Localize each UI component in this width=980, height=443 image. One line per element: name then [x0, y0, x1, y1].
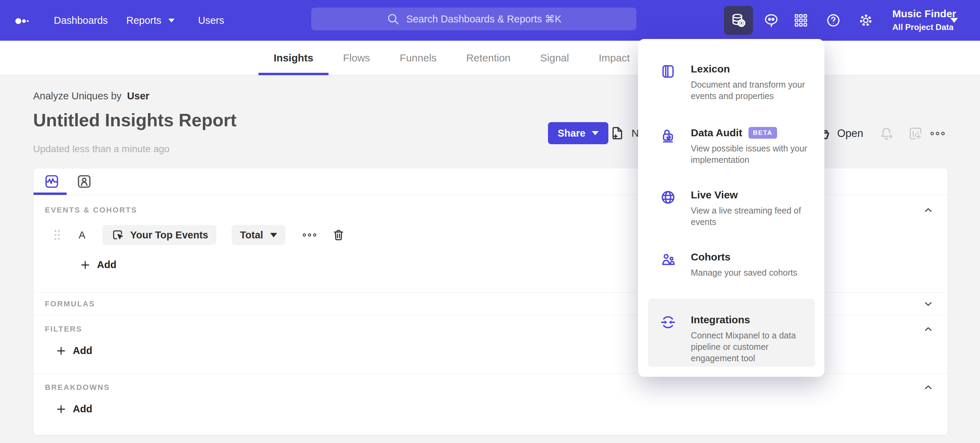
chevron-up-icon — [923, 324, 934, 335]
menu-item-text: Data Audit BETA View possible issues wit… — [691, 127, 827, 166]
nav-link-dashboards[interactable]: Dashboards — [54, 0, 108, 41]
feedback-bubble-icon — [763, 13, 779, 28]
project-name: Music Finder — [892, 8, 956, 20]
drag-handle-icon[interactable] — [51, 228, 63, 242]
add-breakdown-button[interactable]: Add — [56, 403, 92, 415]
project-selector[interactable]: Music Finder All Project Data — [892, 8, 956, 32]
alert-button[interactable] — [878, 125, 894, 141]
menu-item-title-text: Data Audit — [691, 127, 742, 139]
users-icon — [660, 251, 676, 268]
feedback-button[interactable] — [763, 13, 779, 28]
tab-label: Flows — [343, 52, 370, 64]
event-series-letter: A — [79, 229, 85, 241]
menu-item-cohorts[interactable]: Cohorts Manage your saved cohorts — [660, 251, 829, 278]
menu-item-title: Live View — [691, 189, 824, 201]
menu-item-title: Data Audit BETA — [691, 127, 827, 139]
add-event-button[interactable]: Add — [80, 259, 116, 270]
data-management-button[interactable] — [724, 6, 753, 35]
mixpanel-logo-icon[interactable] — [15, 16, 30, 26]
share-label: Share — [558, 128, 585, 139]
delete-event-button[interactable] — [332, 228, 345, 242]
menu-item-integrations[interactable]: Integrations Connect Mixpanel to a data … — [648, 299, 815, 367]
formulas-section-label: FORMULAS — [45, 300, 95, 308]
menu-item-desc: Manage your saved cohorts — [691, 267, 829, 278]
event-name: Your Top Events — [130, 229, 208, 241]
metric-value: Total — [240, 229, 263, 241]
more-actions-button[interactable] — [930, 125, 945, 141]
menu-item-text: Cohorts Manage your saved cohorts — [691, 251, 829, 278]
tab-retention[interactable]: Retention — [466, 41, 511, 75]
tab-funnels[interactable]: Funnels — [399, 41, 436, 75]
document-plus-icon — [609, 125, 625, 141]
menu-item-lexicon[interactable]: Lexicon Document and transform your even… — [660, 63, 811, 102]
user-card-icon — [76, 173, 92, 189]
ellipsis-icon — [930, 125, 945, 141]
active-builder-tab-underline — [33, 192, 67, 195]
event-options-button[interactable] — [302, 230, 317, 240]
menu-item-live-view[interactable]: Live View View a live streaming feed of … — [660, 189, 824, 228]
tab-insights[interactable]: Insights — [274, 41, 313, 75]
chevron-down-icon — [592, 131, 599, 135]
tab-label: Funnels — [399, 52, 436, 64]
analyze-value[interactable]: User — [127, 91, 150, 102]
bell-plus-icon — [878, 125, 894, 141]
top-nav: Dashboards Reports Users Search Dashboar… — [0, 0, 980, 41]
menu-item-desc: View a live streaming feed of events — [691, 205, 824, 228]
analyze-prefix: Analyze Uniques by — [33, 91, 121, 102]
lexicon-book-icon — [660, 63, 676, 80]
nav-link-reports[interactable]: Reports — [126, 0, 175, 41]
apps-grid-button[interactable] — [793, 13, 809, 28]
tab-profiles-builder[interactable] — [76, 173, 92, 189]
event-click-icon — [111, 228, 124, 242]
active-tab-underline — [258, 73, 329, 75]
board-plus-icon — [908, 125, 923, 141]
metric-dropdown[interactable]: Total — [232, 225, 285, 245]
menu-item-desc: View possible issues with your implement… — [691, 143, 827, 166]
tab-label: Retention — [466, 52, 511, 64]
ellipsis-icon — [302, 230, 317, 240]
tab-signal[interactable]: Signal — [540, 41, 569, 75]
page-title[interactable]: Untitled Insights Report — [33, 110, 236, 130]
tab-events-builder[interactable] — [44, 173, 60, 189]
project-scope: All Project Data — [892, 22, 956, 32]
add-to-board-button[interactable] — [908, 125, 923, 141]
globe-icon — [660, 189, 676, 206]
report-tabbar: Insights Flows Funnels Retention Signal … — [0, 41, 980, 75]
tab-label: Impact — [599, 52, 630, 64]
nav-link-users[interactable]: Users — [198, 0, 224, 41]
collapse-breakdowns-button[interactable] — [923, 382, 934, 393]
tab-label: Insights — [274, 52, 313, 64]
chevron-down-icon — [923, 299, 934, 310]
help-button[interactable] — [826, 13, 841, 28]
events-section-label: EVENTS & COHORTS — [45, 206, 137, 214]
menu-item-text: Integrations Connect Mixpanel to a data … — [691, 314, 811, 364]
menu-item-title: Lexicon — [691, 63, 811, 75]
add-label: Add — [97, 259, 116, 270]
settings-button[interactable] — [858, 13, 874, 28]
event-picker-button[interactable]: Your Top Events — [102, 225, 216, 245]
global-search-input[interactable]: Search Dashboards & Reports ⌘K — [311, 8, 636, 30]
audit-lock-icon — [660, 127, 676, 143]
search-placeholder: Search Dashboards & Reports ⌘K — [406, 13, 562, 25]
collapse-filters-button[interactable] — [923, 324, 934, 335]
tab-label: Signal — [540, 52, 569, 64]
data-management-menu: Lexicon Document and transform your even… — [638, 39, 824, 377]
nav-link-label: Dashboards — [54, 15, 108, 26]
breakdowns-section-label: BREAKDOWNS — [45, 383, 110, 392]
menu-item-desc: Document and transform your events and p… — [691, 79, 811, 102]
menu-item-text: Lexicon Document and transform your even… — [691, 63, 811, 102]
question-circle-icon — [826, 13, 841, 28]
breakdowns-section: BREAKDOWNS Add — [33, 374, 948, 436]
tab-flows[interactable]: Flows — [343, 41, 370, 75]
expand-formulas-button[interactable] — [923, 299, 934, 310]
add-filter-button[interactable]: Add — [56, 345, 92, 356]
search-icon — [386, 12, 400, 26]
tab-impact[interactable]: Impact — [599, 41, 630, 75]
analyze-by-line: Analyze Uniques byUser — [33, 91, 150, 102]
chevron-down-icon — [169, 19, 175, 22]
collapse-events-button[interactable] — [923, 205, 934, 216]
filters-section-label: FILTERS — [45, 325, 82, 333]
share-button[interactable]: Share — [548, 122, 608, 144]
menu-item-data-audit[interactable]: Data Audit BETA View possible issues wit… — [660, 127, 827, 166]
chevron-up-icon — [923, 382, 934, 393]
